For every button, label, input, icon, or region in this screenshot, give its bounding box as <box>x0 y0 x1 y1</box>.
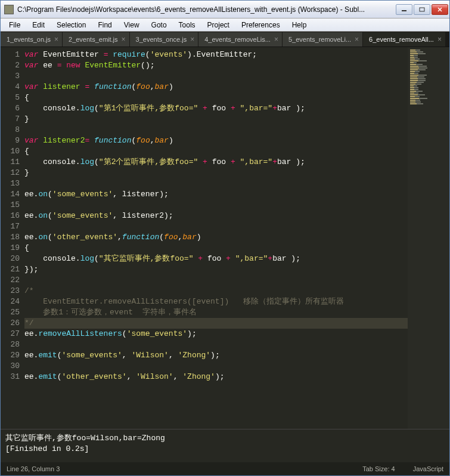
code-line[interactable]: ee.emit('some_events', 'Wilson', 'Zhong'… <box>24 350 408 361</box>
code-line[interactable]: console.log("其它监听事件,参数foo=" + foo + ",ba… <box>24 254 408 264</box>
code-line[interactable]: } <box>24 114 408 125</box>
tabbar: 1_events_on.js×2_events_emit.js×3_events… <box>1 32 449 47</box>
code-line[interactable]: ee.on('some_events', listener2); <box>24 211 408 221</box>
app-icon <box>4 5 14 14</box>
code-line[interactable]: }); <box>24 264 408 275</box>
code-line[interactable]: */ <box>24 318 408 329</box>
code-line[interactable]: ee.on('some_events', listener); <box>24 189 408 200</box>
code-line[interactable] <box>24 178 408 189</box>
menu-edit[interactable]: Edit <box>26 20 51 30</box>
code-line[interactable]: { <box>24 243 408 254</box>
code-line[interactable]: var listener = function(foo,bar) <box>24 82 408 92</box>
code-line[interactable] <box>24 339 408 350</box>
code-line[interactable] <box>24 200 408 211</box>
code-line[interactable]: var EventEmitter = require('events').Eve… <box>24 50 408 60</box>
build-output[interactable]: 其它监听事件,参数foo=Wilson,bar=Zhong [Finished … <box>1 429 449 462</box>
line-gutter: 1234567891011121314151617181920212223242… <box>1 47 24 429</box>
code-line[interactable] <box>24 361 408 372</box>
code-line[interactable]: 参数1：可选参数，event 字符串，事件名 <box>24 307 408 318</box>
menu-view[interactable]: View <box>118 20 145 30</box>
code-line[interactable]: var listener2= function(foo,bar) <box>24 135 408 146</box>
maximize-button[interactable] <box>414 4 430 15</box>
tab[interactable]: 4_events_removeLis...× <box>198 32 283 47</box>
close-icon[interactable]: × <box>122 36 126 43</box>
code-line[interactable]: var ee = new EventEmitter(); <box>24 60 408 71</box>
code-line[interactable]: ee.emit('other_events', 'Wilson', 'Zhong… <box>24 372 408 382</box>
close-icon[interactable]: × <box>190 36 194 43</box>
menu-tools[interactable]: Tools <box>173 20 201 30</box>
code-line[interactable]: { <box>24 146 408 157</box>
menu-selection[interactable]: Selection <box>51 20 92 30</box>
output-line: 其它监听事件,参数foo=Wilson,bar=Zhong <box>5 433 445 444</box>
code-line[interactable]: ee.removeAllListeners('some_events'); <box>24 329 408 339</box>
tab-label: 2_events_emit.js <box>69 36 118 43</box>
window-title: C:\Program Files\nodejs\Workspace\events… <box>17 5 396 14</box>
menu-file[interactable]: File <box>3 20 26 30</box>
tab[interactable]: 1_events_on.js× <box>1 32 63 47</box>
code-line[interactable]: ee.on('other_events',function(foo,bar) <box>24 232 408 243</box>
minimap[interactable] <box>408 47 449 429</box>
tab-label: 1_events_on.js <box>7 36 51 43</box>
close-icon[interactable]: × <box>437 36 442 43</box>
code-line[interactable] <box>24 221 408 232</box>
tab-label: 6_events_removeAll... <box>369 36 434 43</box>
editor[interactable]: 1234567891011121314151617181920212223242… <box>1 47 449 429</box>
status-syntax[interactable]: JavaScript <box>413 465 443 472</box>
menu-goto[interactable]: Goto <box>145 20 173 30</box>
code-line[interactable]: console.log("第1个监听事件,参数foo=" + foo + ",b… <box>24 103 408 114</box>
close-icon[interactable]: × <box>274 36 278 43</box>
minimize-button[interactable] <box>396 4 412 15</box>
close-icon[interactable]: × <box>54 36 58 43</box>
code-line[interactable] <box>24 125 408 135</box>
menu-preferences[interactable]: Preferences <box>235 20 286 30</box>
menu-project[interactable]: Project <box>201 20 235 30</box>
menu-help[interactable]: Help <box>286 20 313 30</box>
tab-label: 5_events_removeLi... <box>288 36 351 43</box>
code-line[interactable] <box>24 71 408 82</box>
code-line[interactable] <box>24 275 408 286</box>
tab[interactable]: 6_events_removeAll...× <box>363 32 446 47</box>
svg-rect-1 <box>420 8 424 11</box>
menu-find[interactable]: Find <box>92 20 117 30</box>
output-line: [Finished in 0.2s] <box>5 444 445 455</box>
status-tabsize[interactable]: Tab Size: 4 <box>362 465 395 472</box>
code-line[interactable]: EventEmitter.removeAllListeners([event])… <box>24 296 408 307</box>
window-buttons <box>396 4 448 15</box>
code-line[interactable]: { <box>24 92 408 103</box>
tab-label: 4_events_removeLis... <box>204 36 271 43</box>
tab[interactable]: 2_events_emit.js× <box>63 32 130 47</box>
code-line[interactable]: console.log("第2个监听事件,参数foo=" + foo + ",b… <box>24 157 408 168</box>
status-position[interactable]: Line 26, Column 3 <box>7 465 362 472</box>
statusbar: Line 26, Column 3 Tab Size: 4 JavaScript <box>1 462 449 475</box>
tab[interactable]: 3_events_once.js× <box>130 32 199 47</box>
tab-label: 3_events_once.js <box>136 36 187 43</box>
code-line[interactable]: } <box>24 168 408 178</box>
close-button[interactable] <box>432 4 448 15</box>
tab[interactable]: 5_events_removeLi...× <box>283 32 363 47</box>
close-icon[interactable]: × <box>355 36 359 43</box>
code-area[interactable]: var EventEmitter = require('events').Eve… <box>24 47 408 429</box>
titlebar[interactable]: C:\Program Files\nodejs\Workspace\events… <box>1 1 449 18</box>
code-line[interactable]: /* <box>24 286 408 296</box>
menubar: File Edit Selection Find View Goto Tools… <box>1 18 449 32</box>
